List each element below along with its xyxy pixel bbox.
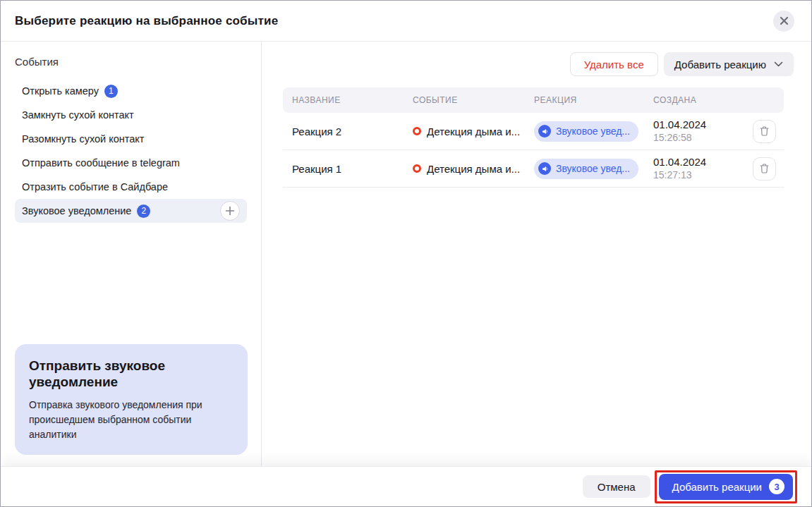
dialog-body: События Открыть камеру 1 Замкнуть сухой … [1, 42, 811, 468]
reaction-name: Реакция 2 [283, 126, 413, 138]
trash-icon [759, 126, 770, 137]
created-cell: 01.04.2024 15:26:58 [653, 118, 753, 144]
reaction-info-card: Отправить звуковое уведомление Отправка … [15, 344, 248, 455]
column-header-name: НАЗВАНИЕ [283, 95, 413, 105]
reactions-table: НАЗВАНИЕ СОБЫТИЕ РЕАКЦИЯ СОЗДАНА Реакция… [283, 87, 784, 188]
dialog-footer: Отмена Добавить реакции 3 [1, 466, 811, 506]
created-time: 15:27:13 [653, 169, 753, 182]
dialog-title: Выберите реакцию на выбранное событие [15, 14, 278, 28]
add-reactions-submit-button[interactable]: Добавить реакции 3 [659, 474, 793, 500]
speaker-icon [538, 162, 551, 175]
column-header-reaction: РЕАКЦИЯ [534, 95, 653, 105]
column-header-event: СОБЫТИЕ [413, 95, 534, 105]
delete-reaction-button[interactable] [753, 120, 776, 143]
event-status-dot [413, 127, 421, 135]
event-item-label: Отразить событие в Сайдбаре [22, 181, 168, 193]
count-badge: 1 [104, 85, 118, 98]
reaction-badge[interactable]: Звуковое увед... [534, 121, 638, 142]
events-sidebar: События Открыть камеру 1 Замкнуть сухой … [1, 42, 262, 468]
reaction-badge[interactable]: Звуковое увед... [534, 159, 638, 179]
table-row: Реакция 1 Детекция дыма и... Звуковое [283, 150, 784, 188]
table-header-row: НАЗВАНИЕ СОБЫТИЕ РЕАКЦИЯ СОЗДАНА [283, 87, 784, 113]
column-header-created: СОЗДАНА [653, 95, 784, 105]
sidebar-item-open-dry-contact[interactable]: Разомкнуть сухой контакт [15, 127, 247, 151]
created-date: 01.04.2024 [653, 156, 753, 169]
event-item-label: Замкнуть сухой контакт [22, 109, 134, 121]
chevron-down-icon [774, 61, 783, 67]
reactions-toolbar: Удалить все Добавить реакцию [283, 52, 794, 76]
event-item-label: Отправить сообщение в telegram [22, 157, 180, 169]
sidebar-item-sound-notification[interactable]: Звуковое уведомление 2 [15, 199, 247, 223]
event-item-label: Звуковое уведомление [22, 205, 131, 216]
add-reaction-dropdown-button[interactable]: Добавить реакцию [664, 52, 794, 76]
table-row: Реакция 2 Детекция дыма и... Звуковое [283, 113, 784, 150]
sidebar-item-open-camera[interactable]: Открыть камеру 1 [15, 79, 247, 103]
event-list: Открыть камеру 1 Замкнуть сухой контакт … [1, 79, 261, 223]
close-button[interactable] [773, 11, 794, 32]
event-item-label: Открыть камеру [22, 85, 99, 97]
sidebar-item-telegram-message[interactable]: Отправить сообщение в telegram [15, 151, 247, 175]
add-reaction-dropdown-label: Добавить реакцию [674, 59, 766, 71]
event-label: Детекция дыма и... [427, 126, 520, 138]
info-card-description: Отправка звукового уведомления при проис… [29, 398, 230, 442]
annotation-highlight-box: Добавить реакции 3 [655, 470, 797, 503]
event-label: Детекция дыма и... [427, 163, 520, 175]
info-card-title: Отправить звуковое уведомление [29, 358, 205, 391]
created-time: 15:26:58 [653, 132, 753, 145]
submit-button-label: Добавить реакции [672, 481, 762, 493]
dialog-header: Выберите реакцию на выбранное событие [1, 1, 811, 42]
event-status-dot [413, 164, 421, 173]
created-date: 01.04.2024 [653, 118, 753, 132]
delete-reaction-button[interactable] [753, 157, 776, 181]
sidebar-item-close-dry-contact[interactable]: Замкнуть сухой контакт [15, 103, 247, 127]
reactions-panel: Удалить все Добавить реакцию НАЗВАНИЕ СО… [262, 42, 811, 468]
sidebar-item-sidebar-event[interactable]: Отразить событие в Сайдбаре [15, 175, 247, 199]
event-cell: Детекция дыма и... [413, 163, 534, 175]
reaction-badge-label: Звуковое увед... [556, 126, 630, 137]
submit-count-badge: 3 [769, 479, 784, 494]
cancel-button[interactable]: Отмена [583, 475, 650, 498]
reaction-dialog: Выберите реакцию на выбранное событие Со… [0, 0, 812, 507]
delete-all-button[interactable]: Удалить все [570, 52, 658, 76]
add-reaction-plus-button[interactable] [220, 201, 240, 221]
reaction-badge-label: Звуковое увед... [556, 163, 630, 174]
trash-icon [759, 163, 770, 174]
speaker-icon [538, 125, 551, 138]
close-icon [780, 16, 789, 25]
event-item-label: Разомкнуть сухой контакт [22, 133, 144, 145]
plus-icon [225, 206, 235, 216]
event-cell: Детекция дыма и... [413, 126, 534, 138]
created-cell: 01.04.2024 15:27:13 [653, 156, 753, 181]
sidebar-heading: События [1, 56, 261, 68]
reaction-name: Реакция 1 [283, 163, 413, 175]
count-badge: 2 [137, 204, 150, 218]
